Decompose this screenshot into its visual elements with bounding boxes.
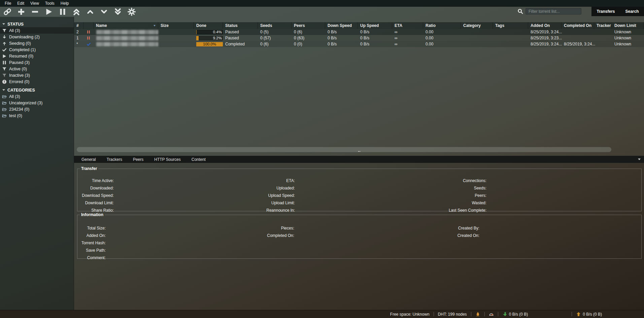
- cell-ratio: 0.00: [423, 35, 461, 41]
- sidebar-category-test[interactable]: test (0): [0, 112, 74, 119]
- sidebar-item-resumed[interactable]: Resumed (0): [0, 53, 74, 59]
- column-completed-on[interactable]: Completed On: [562, 22, 594, 29]
- field-label: Pieces:: [189, 224, 294, 232]
- move-up-button[interactable]: [86, 8, 94, 16]
- column-category[interactable]: Category: [461, 22, 493, 29]
- cell-number: *: [74, 41, 83, 47]
- move-bottom-button[interactable]: [114, 8, 122, 16]
- tab-peers[interactable]: Peers: [128, 156, 149, 163]
- cell-size: [158, 35, 194, 41]
- menu-file[interactable]: File: [2, 0, 14, 7]
- tab-transfers[interactable]: Transfers: [595, 9, 616, 14]
- sidebar-item-errored[interactable]: Errored (0): [0, 78, 74, 85]
- options-button[interactable]: [128, 8, 136, 16]
- field-label: Created By:: [380, 224, 479, 232]
- cell-tags: [493, 35, 528, 41]
- sidebar-category-all[interactable]: All (3): [0, 93, 74, 100]
- cell-ratio: 0.00: [423, 41, 461, 47]
- tab-search[interactable]: Search: [624, 9, 640, 14]
- sidebar-item-seeding[interactable]: Seeding (0): [0, 40, 74, 46]
- chain-link-icon: [3, 8, 11, 16]
- cell-added-on: 8/25/2019, 3:24...: [528, 29, 562, 35]
- gear-icon: [128, 8, 136, 16]
- sidebar-category-uncategorized[interactable]: Uncategorized (3): [0, 100, 74, 106]
- column-up-speed[interactable]: Up Speed: [358, 22, 392, 29]
- menu-edit[interactable]: Edit: [14, 0, 27, 7]
- alt-speed-limits-icon[interactable]: [489, 312, 494, 317]
- chevron-up-icon: [86, 8, 94, 16]
- field-label: Peers:: [380, 192, 486, 199]
- information-labels-col1: Total Size: Added On: Torrent Hash: Save…: [77, 224, 106, 261]
- column-added-on[interactable]: Added On: [528, 22, 562, 29]
- field-label: Upload Limit:: [189, 199, 295, 207]
- filter-torrent-input[interactable]: [526, 8, 581, 14]
- table-row[interactable]: * 100.0% Completed 0 (6) 0 (0) 0 B/s 0 B…: [74, 41, 644, 47]
- column-peers[interactable]: Peers: [292, 22, 325, 29]
- cell-down-speed: 0 B/s: [325, 41, 358, 47]
- sidebar-item-completed[interactable]: Completed (1): [0, 46, 74, 53]
- column-status[interactable]: Status: [223, 22, 258, 29]
- menu-view[interactable]: View: [27, 0, 42, 7]
- resume-button[interactable]: [45, 8, 53, 16]
- tab-content[interactable]: Content: [186, 156, 211, 163]
- cell-peers: 0 (6): [292, 29, 325, 35]
- column-name[interactable]: Name: [94, 22, 158, 29]
- field-label: Total Size:: [77, 224, 106, 232]
- add-torrent-button[interactable]: [17, 8, 25, 16]
- cell-state: [83, 41, 94, 47]
- cell-up-speed: 0 B/s: [358, 35, 392, 41]
- column-seeds[interactable]: Seeds: [258, 22, 292, 29]
- sidebar-category-234234[interactable]: 234234 (0): [0, 106, 74, 112]
- menu-help[interactable]: Help: [58, 0, 72, 7]
- connection-status-icon[interactable]: [475, 312, 480, 317]
- tab-http-sources[interactable]: HTTP Sources: [149, 156, 186, 163]
- funnel-icon: [2, 28, 7, 33]
- cell-tracker: [594, 29, 612, 35]
- sidebar-item-paused[interactable]: Paused (3): [0, 59, 74, 66]
- table-row[interactable]: 1 9.2% Paused 0 (57) 0 (63) 0 B/s 0 B/s …: [74, 35, 644, 41]
- progress-fill: [196, 36, 199, 40]
- column-down-speed[interactable]: Down Speed: [325, 22, 358, 29]
- table-row[interactable]: 2 0.4% Paused 0 (5) 0 (6) 0 B/s 0 B/s ∞ …: [74, 29, 644, 35]
- move-top-button[interactable]: [72, 8, 80, 16]
- sidebar-item-downloading[interactable]: Downloading (2): [0, 34, 74, 40]
- field-label: Torrent Hash:: [77, 239, 106, 247]
- column-size[interactable]: Size: [158, 22, 194, 29]
- chevron-down-icon[interactable]: [638, 158, 641, 160]
- download-speed-status[interactable]: 0 B/s (0 B): [502, 312, 528, 317]
- column-state[interactable]: [83, 22, 94, 29]
- cell-status: Completed: [223, 41, 258, 47]
- tab-general[interactable]: General: [76, 156, 101, 163]
- cell-seeds: 0 (57): [258, 35, 292, 41]
- column-ratio[interactable]: Ratio: [423, 22, 461, 29]
- collapse-caret-icon: [2, 23, 5, 25]
- add-torrent-link-button[interactable]: [3, 8, 11, 16]
- field-label: Seeds:: [380, 184, 486, 192]
- column-number[interactable]: #: [74, 22, 83, 29]
- sidebar-item-all[interactable]: All (3): [0, 27, 74, 34]
- column-done[interactable]: Done: [194, 22, 223, 29]
- column-eta[interactable]: ETA: [392, 22, 423, 29]
- sidebar-item-active[interactable]: Active (0): [0, 66, 74, 72]
- pause-icon: [59, 8, 67, 16]
- column-tags[interactable]: Tags: [493, 22, 528, 29]
- pause-button[interactable]: [59, 8, 67, 16]
- cell-state: [83, 35, 94, 41]
- column-down-limit[interactable]: Down Limit: [612, 22, 644, 29]
- status-section-header[interactable]: STATUS: [0, 21, 74, 27]
- upload-arrow-icon: [576, 312, 581, 317]
- menu-tools[interactable]: Tools: [42, 0, 58, 7]
- tab-trackers[interactable]: Trackers: [101, 156, 128, 163]
- upload-speed-status[interactable]: 0 B/s (0 B): [576, 312, 602, 317]
- cell-state: [83, 29, 94, 35]
- up-arrow-icon: [2, 41, 7, 46]
- cell-down-speed: 0 B/s: [325, 35, 358, 41]
- categories-section-header[interactable]: CATEGORIES: [0, 87, 74, 93]
- field-label: Created On:: [380, 232, 479, 239]
- move-down-button[interactable]: [100, 8, 108, 16]
- panel-splitter-handle[interactable]: [74, 151, 644, 153]
- plus-icon: [17, 8, 25, 16]
- sidebar-item-inactive[interactable]: Inactive (3): [0, 72, 74, 78]
- delete-torrent-button[interactable]: [31, 8, 39, 16]
- column-tracker[interactable]: Tracker: [594, 22, 612, 29]
